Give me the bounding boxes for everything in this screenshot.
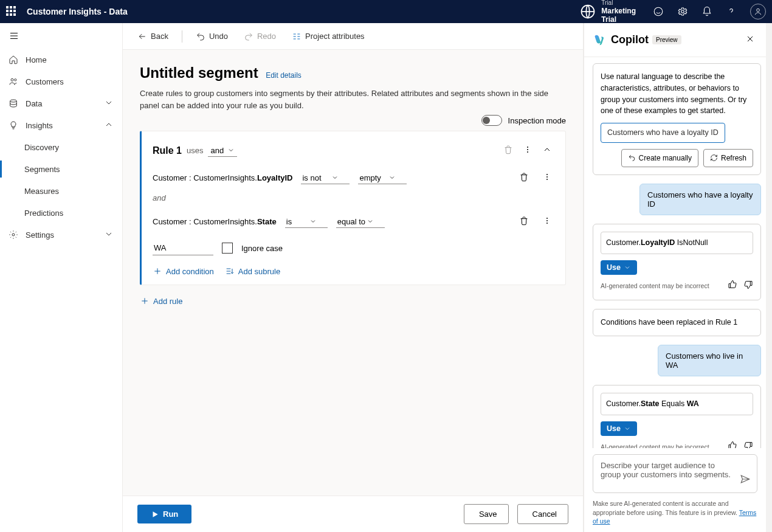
gear-icon[interactable] bbox=[677, 6, 688, 17]
refresh-label: Refresh bbox=[721, 153, 746, 164]
thumbs-down-icon bbox=[743, 441, 753, 448]
nav-insights[interactable]: Insights bbox=[0, 114, 122, 136]
resp1-attr: LoyaltyID bbox=[641, 238, 675, 247]
condition1-more-button[interactable] bbox=[540, 170, 554, 186]
nav-discovery[interactable]: Discovery bbox=[0, 136, 122, 158]
smile-feedback-icon[interactable] bbox=[653, 6, 664, 17]
condition2-more-button[interactable] bbox=[540, 213, 554, 230]
nav-insights-label: Insights bbox=[26, 121, 53, 130]
nav-home[interactable]: Home bbox=[0, 49, 122, 71]
chevron-down-icon bbox=[388, 174, 396, 181]
nav-predictions-label: Predictions bbox=[24, 209, 63, 218]
copilot-close-button[interactable] bbox=[743, 32, 757, 48]
run-button[interactable]: Run bbox=[137, 505, 191, 523]
nav-predictions[interactable]: Predictions bbox=[0, 202, 122, 224]
svg-point-7 bbox=[12, 233, 15, 236]
lightbulb-icon bbox=[9, 120, 18, 130]
condition-entity: Customer : CustomerInsights.LoyaltyID bbox=[153, 173, 292, 182]
nav-home-label: Home bbox=[26, 55, 47, 64]
back-label: Back bbox=[151, 32, 168, 41]
app-launcher-icon[interactable] bbox=[6, 6, 17, 17]
add-subrule-label: Add subrule bbox=[238, 267, 280, 276]
svg-point-2 bbox=[681, 10, 684, 13]
rule-combiner-select[interactable]: and bbox=[208, 145, 237, 157]
chevron-up-icon bbox=[542, 145, 552, 154]
ignore-case-checkbox[interactable] bbox=[222, 243, 233, 254]
thumbs-down-button[interactable] bbox=[743, 280, 753, 293]
chevron-down-icon bbox=[331, 174, 339, 181]
refresh-button[interactable]: Refresh bbox=[703, 149, 753, 167]
project-label: Project attributes bbox=[305, 32, 365, 41]
nav-settings-label: Settings bbox=[26, 230, 54, 240]
send-icon bbox=[740, 474, 751, 485]
footer-bar: Run Save Cancel bbox=[123, 496, 583, 532]
use-label: Use bbox=[607, 424, 621, 433]
copilot-panel: Copilot Preview Use natural language to … bbox=[584, 23, 766, 532]
condition-entity: Customer : CustomerInsights.State bbox=[153, 217, 277, 226]
undo-button[interactable]: Undo bbox=[192, 29, 232, 44]
play-icon bbox=[151, 510, 159, 519]
app-title: Customer Insights - Data bbox=[27, 7, 128, 16]
more-vertical-icon bbox=[542, 216, 552, 226]
separator bbox=[182, 30, 182, 43]
inspection-mode-toggle[interactable] bbox=[481, 115, 502, 126]
edit-details-link[interactable]: Edit details bbox=[266, 71, 302, 80]
nav-settings[interactable]: Settings bbox=[0, 224, 122, 246]
condition1-value-select[interactable]: empty bbox=[358, 172, 407, 184]
condition2-delete-button[interactable] bbox=[517, 213, 531, 230]
create-manually-button[interactable]: Create manually bbox=[621, 149, 698, 167]
nav-data[interactable]: Data bbox=[0, 92, 122, 114]
resp2-prefix: Customer. bbox=[606, 399, 641, 408]
condition2-value-input[interactable] bbox=[153, 241, 213, 255]
project-attributes-button[interactable]: Project attributes bbox=[288, 29, 368, 44]
run-label: Run bbox=[163, 510, 178, 519]
svg-point-4 bbox=[11, 78, 13, 81]
cond1-attr-text: LoyaltyID bbox=[257, 173, 293, 182]
rule-collapse-button[interactable] bbox=[540, 142, 554, 159]
copilot-intro-message: Use natural language to describe the cha… bbox=[593, 63, 761, 175]
chevron-down-icon bbox=[104, 229, 114, 241]
add-condition-button[interactable]: Add condition bbox=[153, 266, 214, 276]
topbar: Customer Insights - Data Trial Marketing… bbox=[0, 0, 772, 23]
back-button[interactable]: Back bbox=[134, 29, 172, 44]
content-area: Back Undo Redo Project attributes Untitl… bbox=[123, 23, 584, 532]
user-avatar[interactable] bbox=[750, 4, 766, 19]
use-suggestion-button[interactable]: Use bbox=[601, 421, 637, 436]
sidebar-toggle[interactable] bbox=[0, 23, 122, 49]
copilot-input[interactable]: Describe your target audience to group y… bbox=[593, 454, 757, 493]
help-icon[interactable] bbox=[726, 6, 737, 17]
copilot-example-suggestion[interactable]: Customers who have a loyalty ID bbox=[601, 123, 725, 143]
condition2-operator-select[interactable]: is bbox=[285, 216, 328, 228]
trash-icon bbox=[519, 172, 529, 182]
thumbs-up-button[interactable] bbox=[728, 441, 737, 448]
rule-combiner-value: and bbox=[210, 146, 224, 155]
cancel-label: Cancel bbox=[532, 510, 557, 519]
thumbs-down-button[interactable] bbox=[743, 441, 753, 448]
cancel-button[interactable]: Cancel bbox=[517, 504, 568, 524]
scrollbar[interactable] bbox=[766, 23, 772, 532]
condition2-value-select[interactable]: equal to bbox=[336, 216, 385, 228]
nav-measures[interactable]: Measures bbox=[0, 180, 122, 202]
environment-picker[interactable]: Trial Marketing Trial bbox=[579, 0, 636, 24]
gear-icon bbox=[9, 230, 18, 240]
nav-segments[interactable]: Segments bbox=[0, 158, 122, 180]
use-suggestion-button[interactable]: Use bbox=[601, 260, 637, 275]
add-subrule-button[interactable]: Add subrule bbox=[225, 266, 280, 276]
nav-customers[interactable]: Customers bbox=[0, 71, 122, 92]
svg-point-11 bbox=[546, 174, 547, 174]
page-description: Create rules to group customers into seg… bbox=[140, 88, 565, 111]
bell-icon[interactable] bbox=[701, 6, 712, 17]
condition1-delete-button[interactable] bbox=[517, 170, 531, 186]
rule-delete-button[interactable] bbox=[501, 142, 515, 159]
copilot-send-button[interactable] bbox=[740, 474, 751, 486]
user-message: Customers who live in WA bbox=[658, 345, 761, 376]
condition-joiner: and bbox=[153, 193, 554, 202]
add-rule-button[interactable]: Add rule bbox=[140, 296, 182, 306]
condition1-operator-select[interactable]: is not bbox=[301, 172, 350, 184]
cond1-val-value: empty bbox=[359, 173, 381, 182]
ai-disclaimer: AI-generated content may be incorrect bbox=[601, 443, 722, 448]
save-button[interactable]: Save bbox=[464, 504, 509, 524]
thumbs-up-button[interactable] bbox=[728, 280, 737, 293]
rule-more-button[interactable] bbox=[520, 142, 535, 159]
refresh-icon bbox=[710, 154, 718, 162]
